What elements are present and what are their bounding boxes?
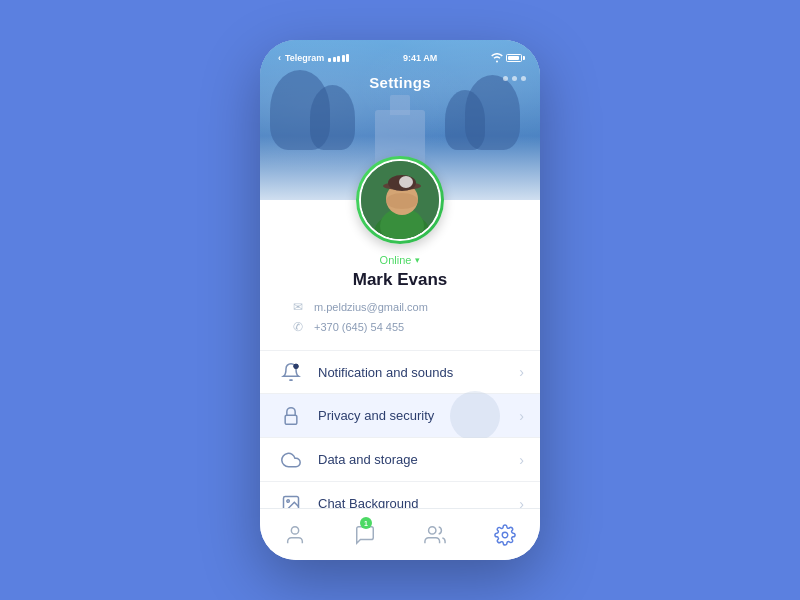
header-options[interactable] xyxy=(503,76,526,81)
storage-icon-wrap xyxy=(276,445,306,475)
lock-icon xyxy=(281,406,301,426)
menu-section: Notification and sounds › Privacy and se… xyxy=(260,350,540,508)
status-bar: ‹ Telegram 9:41 AM xyxy=(260,40,540,68)
svg-point-14 xyxy=(429,526,436,533)
phone-frame: ‹ Telegram 9:41 AM xyxy=(260,40,540,560)
settings-tab-icon xyxy=(494,524,516,546)
svg-point-15 xyxy=(502,532,508,538)
privacy-chevron: › xyxy=(519,408,524,424)
svg-point-12 xyxy=(287,499,290,502)
privacy-icon-wrap xyxy=(276,401,306,431)
background-label: Chat Background xyxy=(318,496,519,508)
background-chevron: › xyxy=(519,496,524,509)
menu-item-background[interactable]: Chat Background › xyxy=(260,482,540,508)
tab-contacts[interactable] xyxy=(400,509,470,560)
tab-messages[interactable]: 1 xyxy=(330,509,400,560)
wifi-icon xyxy=(491,53,503,63)
back-arrow: ‹ xyxy=(278,53,281,63)
user-info: ✉ m.peldzius@gmail.com ✆ +370 (645) 54 4… xyxy=(260,300,540,334)
svg-point-9 xyxy=(294,364,299,369)
menu-item-privacy[interactable]: Privacy and security › xyxy=(260,394,540,438)
messages-badge: 1 xyxy=(360,517,372,529)
avatar-wrapper[interactable] xyxy=(356,156,444,244)
storage-label: Data and storage xyxy=(318,452,519,467)
avatar-image xyxy=(361,161,441,241)
status-chevron: ▾ xyxy=(415,255,420,265)
user-name: Mark Evans xyxy=(353,270,448,290)
background-icon-wrap xyxy=(276,489,306,509)
svg-rect-10 xyxy=(285,415,297,424)
svg-point-7 xyxy=(386,193,418,209)
tab-profile[interactable] xyxy=(260,509,330,560)
status-left: ‹ Telegram xyxy=(278,53,349,63)
avatar-ring xyxy=(356,156,444,244)
contacts-tab-icon xyxy=(424,524,446,546)
battery-icon xyxy=(506,54,522,62)
menu-item-notifications[interactable]: Notification and sounds › xyxy=(260,350,540,394)
phone-icon: ✆ xyxy=(290,320,306,334)
notifications-icon-wrap xyxy=(276,357,306,387)
user-email: m.peldzius@gmail.com xyxy=(314,301,428,313)
image-icon xyxy=(281,494,301,509)
bell-icon xyxy=(281,362,301,382)
svg-point-6 xyxy=(399,176,413,188)
tab-settings[interactable] xyxy=(470,509,540,560)
online-status[interactable]: Online ▾ xyxy=(380,254,421,266)
status-text: Online xyxy=(380,254,412,266)
status-right xyxy=(491,53,522,63)
tab-bar: 1 xyxy=(260,508,540,560)
privacy-label: Privacy and security xyxy=(318,408,519,423)
status-time: 9:41 AM xyxy=(403,53,437,63)
notifications-label: Notification and sounds xyxy=(318,365,519,380)
svg-point-13 xyxy=(291,526,298,533)
carrier-name: Telegram xyxy=(285,53,324,63)
menu-item-storage[interactable]: Data and storage › xyxy=(260,438,540,482)
page-title: Settings xyxy=(260,74,540,91)
notifications-chevron: › xyxy=(519,364,524,380)
storage-chevron: › xyxy=(519,452,524,468)
signal-indicator xyxy=(328,54,349,62)
email-row: ✉ m.peldzius@gmail.com xyxy=(290,300,510,314)
avatar xyxy=(359,159,441,241)
profile-section: Online ▾ Mark Evans ✉ m.peldzius@gmail.c… xyxy=(260,200,540,350)
phone-row: ✆ +370 (645) 54 455 xyxy=(290,320,510,334)
email-icon: ✉ xyxy=(290,300,306,314)
cloud-icon xyxy=(281,450,301,470)
user-phone: +370 (645) 54 455 xyxy=(314,321,404,333)
profile-tab-icon xyxy=(284,524,306,546)
